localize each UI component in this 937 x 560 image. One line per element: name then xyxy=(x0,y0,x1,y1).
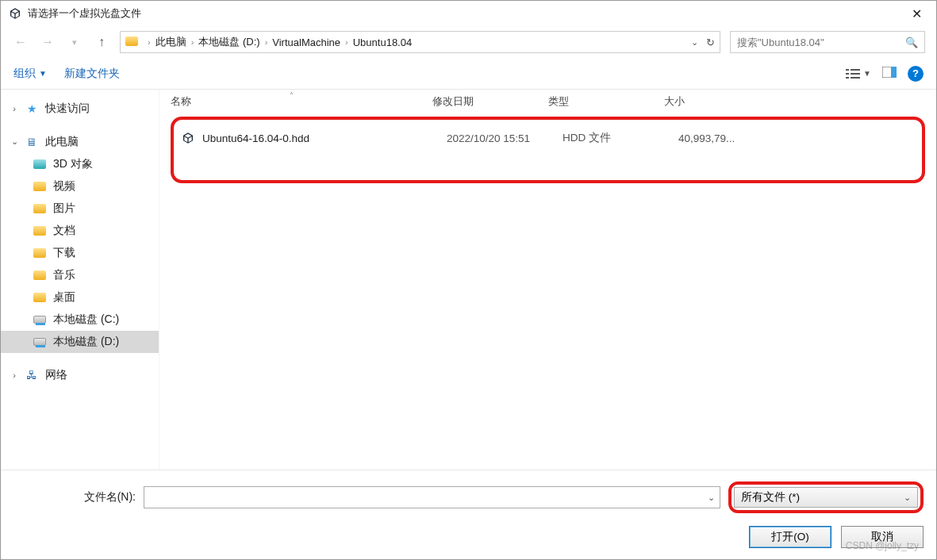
breadcrumb-sep-icon: › xyxy=(345,37,348,47)
svg-rect-5 xyxy=(851,77,860,79)
chevron-down-icon: ⌄ xyxy=(904,493,911,503)
folder-icon xyxy=(33,203,47,214)
nav-forward-icon[interactable]: → xyxy=(39,35,56,49)
sidebar-network[interactable]: › 🖧 网络 xyxy=(1,364,159,386)
filetype-dropdown[interactable]: 所有文件 (*) ⌄ xyxy=(734,487,918,508)
highlighted-file-area: Ubuntu64-16.04-0.hdd 2022/10/20 15:51 HD… xyxy=(171,117,925,183)
column-size[interactable]: 大小 xyxy=(664,94,759,109)
breadcrumb-item[interactable]: VirtualMachine xyxy=(272,36,340,48)
svg-rect-7 xyxy=(891,67,897,78)
breadcrumb-item[interactable]: 此电脑 xyxy=(156,35,186,49)
address-dropdown-icon[interactable]: ⌄ xyxy=(691,37,698,48)
cancel-button[interactable]: 取消 xyxy=(841,526,924,548)
sidebar-label: 图片 xyxy=(53,201,75,216)
window-title: 请选择一个虚拟光盘文件 xyxy=(28,6,141,21)
organize-button[interactable]: 组织 ▼ xyxy=(13,67,47,81)
drive-icon xyxy=(33,336,47,347)
folder-icon xyxy=(33,292,47,303)
column-date[interactable]: 修改日期 xyxy=(432,94,548,109)
action-bar: 组织 ▼ 新建文件夹 ▼ ? xyxy=(1,58,936,90)
sidebar-label: 3D 对象 xyxy=(53,157,93,171)
sidebar-label: 本地磁盘 (C:) xyxy=(53,313,119,327)
expand-caret-icon: › xyxy=(10,370,18,380)
filename-row: 文件名(N): ⌄ 所有文件 (*) ⌄ xyxy=(13,481,924,513)
nav-up-icon[interactable]: ↑ xyxy=(93,35,110,49)
sidebar-item-desktop[interactable]: 桌面 xyxy=(1,286,159,309)
sidebar-label: 下载 xyxy=(53,246,75,260)
address-folder-icon xyxy=(125,36,138,48)
sidebar-item-music[interactable]: 音乐 xyxy=(1,264,159,286)
close-button[interactable]: ✕ xyxy=(905,6,928,21)
folder-icon xyxy=(33,159,47,170)
footer: 文件名(N): ⌄ 所有文件 (*) ⌄ 打开(O) 取消 CSDN @joll… xyxy=(1,470,936,559)
breadcrumb-item[interactable]: Ubuntu18.04 xyxy=(353,36,412,48)
folder-icon xyxy=(33,247,47,259)
sidebar-item-pictures[interactable]: 图片 xyxy=(1,198,159,220)
file-name: Ubuntu64-16.04-0.hdd xyxy=(202,132,447,144)
title-bar: 请选择一个虚拟光盘文件 ✕ xyxy=(1,1,936,26)
svg-rect-0 xyxy=(846,69,849,71)
open-button[interactable]: 打开(O) xyxy=(749,526,831,548)
nav-row: ← → ▾ ↑ › 此电脑 › 本地磁盘 (D:) › VirtualMachi… xyxy=(1,26,936,58)
sidebar-item-3d[interactable]: 3D 对象 xyxy=(1,153,159,175)
file-size: 40,993,79... xyxy=(678,132,774,144)
filename-input[interactable]: ⌄ xyxy=(144,486,720,508)
file-cube-icon xyxy=(182,132,194,144)
file-dialog-window: 请选择一个虚拟光盘文件 ✕ ← → ▾ ↑ › 此电脑 › 本地磁盘 (D:) … xyxy=(0,0,937,560)
file-date: 2022/10/20 15:51 xyxy=(447,132,563,144)
button-row: 打开(O) 取消 CSDN @jolly_tzy xyxy=(13,526,924,548)
organize-label: 组织 xyxy=(13,67,36,81)
folder-icon xyxy=(33,181,47,192)
sidebar-item-documents[interactable]: 文档 xyxy=(1,220,159,242)
view-options-icon[interactable]: ▼ xyxy=(846,68,871,79)
search-box[interactable]: 🔍 xyxy=(730,31,925,53)
svg-rect-4 xyxy=(851,73,860,75)
address-refresh-icon[interactable]: ↻ xyxy=(706,36,715,48)
breadcrumb-sep-icon: › xyxy=(265,37,268,47)
sidebar-item-videos[interactable]: 视频 xyxy=(1,175,159,198)
sidebar: › ★ 快速访问 ⌄ 🖥 此电脑 3D 对象 视频 xyxy=(1,90,159,470)
svg-rect-1 xyxy=(846,73,849,75)
sidebar-this-pc[interactable]: ⌄ 🖥 此电脑 xyxy=(1,131,159,153)
sidebar-label: 桌面 xyxy=(53,290,75,305)
app-cube-icon xyxy=(9,7,21,20)
column-name[interactable]: 名称 ˄ xyxy=(171,94,432,109)
breadcrumb-item[interactable]: 本地磁盘 (D:) xyxy=(198,35,259,49)
column-type[interactable]: 类型 xyxy=(548,94,664,109)
file-list-pane: 名称 ˄ 修改日期 类型 大小 Ubuntu64-16.04-0.hdd 202… xyxy=(159,90,936,470)
sidebar-item-drive-c[interactable]: 本地磁盘 (C:) xyxy=(1,309,159,331)
sidebar-label: 本地磁盘 (D:) xyxy=(53,335,119,349)
star-icon: ★ xyxy=(25,103,39,114)
search-icon[interactable]: 🔍 xyxy=(905,36,918,48)
sidebar-item-drive-d[interactable]: 本地磁盘 (D:) xyxy=(1,331,159,353)
expand-caret-icon: ⌄ xyxy=(10,136,18,147)
chevron-down-icon: ▼ xyxy=(39,69,47,78)
drive-icon xyxy=(33,314,47,325)
sidebar-quick-access[interactable]: › ★ 快速访问 xyxy=(1,98,159,120)
sidebar-label: 快速访问 xyxy=(45,102,90,116)
filetype-highlight: 所有文件 (*) ⌄ xyxy=(728,481,924,513)
help-icon[interactable]: ? xyxy=(908,66,924,82)
sidebar-label: 此电脑 xyxy=(45,135,79,149)
file-type: HDD 文件 xyxy=(563,131,678,145)
network-icon: 🖧 xyxy=(25,370,39,381)
nav-recent-caret-icon[interactable]: ▾ xyxy=(66,37,83,48)
sidebar-label: 文档 xyxy=(53,224,75,238)
breadcrumb-sep-icon: › xyxy=(191,37,194,47)
breadcrumb-sep-icon: › xyxy=(148,37,151,47)
sidebar-label: 视频 xyxy=(53,179,75,194)
sidebar-label: 网络 xyxy=(45,368,67,382)
nav-back-icon[interactable]: ← xyxy=(12,35,29,49)
file-row[interactable]: Ubuntu64-16.04-0.hdd 2022/10/20 15:51 HD… xyxy=(180,128,916,148)
column-headers: 名称 ˄ 修改日期 类型 大小 xyxy=(159,90,936,112)
search-input[interactable] xyxy=(737,36,905,48)
filename-label: 文件名(N): xyxy=(72,490,136,504)
new-folder-button[interactable]: 新建文件夹 xyxy=(64,67,120,81)
address-bar[interactable]: › 此电脑 › 本地磁盘 (D:) › VirtualMachine › Ubu… xyxy=(120,31,720,53)
folder-icon xyxy=(33,270,47,281)
folder-icon xyxy=(33,225,47,236)
preview-pane-icon[interactable] xyxy=(882,67,897,80)
sidebar-item-downloads[interactable]: 下载 xyxy=(1,242,159,264)
chevron-down-icon[interactable]: ⌄ xyxy=(708,493,715,503)
filetype-label: 所有文件 (*) xyxy=(741,490,800,504)
